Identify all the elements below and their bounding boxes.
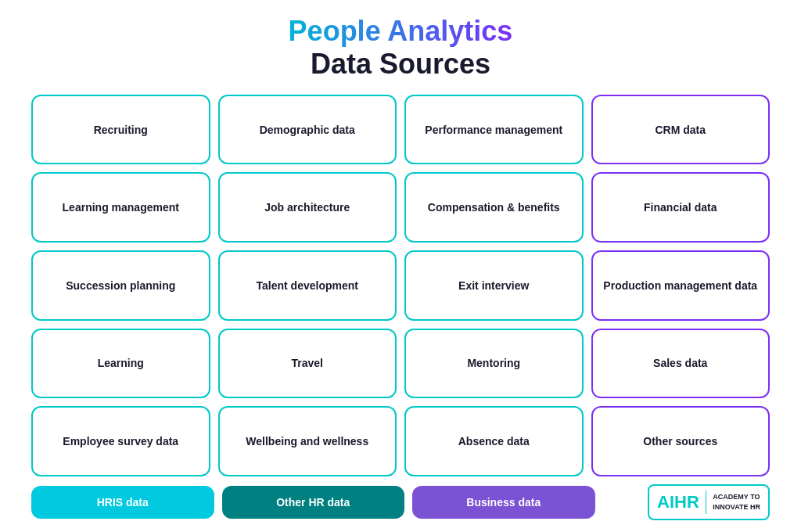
business-card: Business data [412,486,595,519]
grid-cell-r4-c0: Employee survey data [31,406,210,476]
grid-cell-r2-c1: Talent development [218,250,397,321]
grid-cell-r3-c0: Learning [31,329,210,399]
grid-cell-r4-c1: Wellbeing and wellness [218,406,397,476]
grid-cell-r3-c2: Mentoring [404,329,584,399]
grid-cell-r2-c0: Succession planning [31,250,210,321]
grid-cell-r3-c3: Sales data [591,329,770,399]
title-line2: Data Sources [289,47,513,81]
grid-cell-r0-c3: CRM data [591,95,770,165]
aihr-brand: AIHR [657,492,699,512]
grid-cell-r0-c1: Demographic data [218,95,397,165]
bottom-row: HRIS data Other HR data Business data AI… [31,484,770,520]
grid-cell-r3-c1: Travel [218,329,397,399]
logo-divider [706,491,707,514]
grid-cell-r1-c2: Compensation & benefits [404,172,584,243]
hris-card: HRIS data [31,486,214,519]
grid-cell-r1-c0: Learning management [31,172,210,243]
grid-cell-r2-c2: Exit interview [404,250,584,321]
aihr-logo: AIHR ACADEMY TOINNOVATE HR [648,484,770,520]
grid-cell-r2-c3: Production management data [591,250,770,321]
grid-cell-r0-c0: Recruiting [31,95,210,165]
title-line1: People Analytics [289,16,513,47]
grid-cell-r4-c2: Absence data [404,406,584,476]
grid-cell-r1-c1: Job architecture [218,172,397,243]
other-hr-card: Other HR data [222,486,405,519]
data-sources-grid: RecruitingDemographic dataPerformance ma… [31,95,770,476]
aihr-tagline: ACADEMY TOINNOVATE HR [713,492,760,512]
grid-cell-r1-c3: Financial data [591,172,770,243]
logo-container: AIHR ACADEMY TOINNOVATE HR [603,484,770,520]
grid-cell-r0-c2: Performance management [404,95,584,165]
grid-cell-r4-c3: Other sources [591,406,770,476]
title-section: People Analytics Data Sources [289,16,513,81]
